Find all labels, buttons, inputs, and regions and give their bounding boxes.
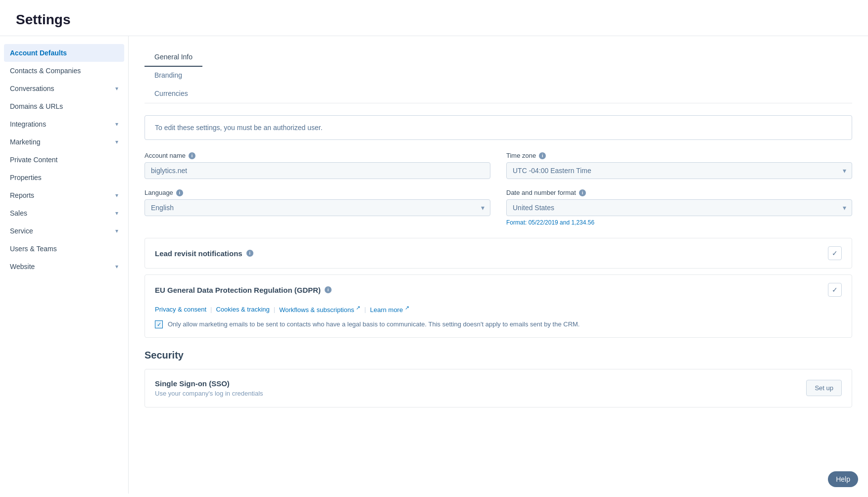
- sidebar-item-sales[interactable]: Sales▾: [0, 204, 128, 222]
- chevron-icon: ▾: [115, 192, 118, 199]
- sidebar-item-website[interactable]: Website▾: [0, 258, 128, 275]
- language-label: Language i: [145, 189, 490, 196]
- sidebar-item-label: Conversations: [10, 85, 54, 92]
- page-title: Settings: [16, 12, 852, 28]
- date-format-group: Date and number format i United States F…: [506, 189, 852, 226]
- chevron-icon: ▾: [115, 263, 118, 270]
- privacy-consent-link[interactable]: Privacy & consent: [155, 306, 206, 313]
- lead-revisit-toggle[interactable]: ✓: [828, 246, 842, 260]
- sidebar-item-reports[interactable]: Reports▾: [0, 186, 128, 204]
- chevron-icon: ▾: [115, 121, 118, 128]
- account-name-input[interactable]: [145, 162, 490, 179]
- chevron-icon: ▾: [115, 138, 118, 145]
- sso-box: Single Sign-on (SSO) Use your company's …: [145, 369, 852, 407]
- language-group: Language i English: [145, 189, 490, 226]
- chevron-icon: ▾: [115, 210, 118, 217]
- gdpr-toggle[interactable]: ✓: [828, 283, 842, 297]
- sso-info: Single Sign-on (SSO) Use your company's …: [155, 379, 263, 397]
- gdpr-title: EU General Data Protection Regulation (G…: [155, 286, 332, 294]
- learn-more-link[interactable]: Learn more ↗: [370, 305, 409, 314]
- time-zone-info-icon[interactable]: i: [539, 152, 546, 159]
- account-name-info-icon[interactable]: i: [189, 152, 195, 159]
- sidebar-item-private-content[interactable]: Private Content: [0, 151, 128, 169]
- general-info-form: Account name i Time zone i UTC -04:00 Ea…: [145, 152, 852, 226]
- sidebar-item-account-defaults[interactable]: Account Defaults: [4, 44, 124, 62]
- sidebar-item-label: Sales: [10, 209, 27, 217]
- sidebar-item-label: Reports: [10, 191, 34, 199]
- time-zone-select-wrapper: UTC -04:00 Eastern Time: [506, 162, 852, 179]
- account-name-group: Account name i: [145, 152, 490, 179]
- gdpr-sep-3: |: [364, 306, 366, 313]
- time-zone-label: Time zone i: [506, 152, 852, 159]
- tab-currencies[interactable]: Currencies: [145, 85, 202, 103]
- sidebar-item-label: Contacts & Companies: [10, 67, 81, 75]
- sidebar-item-conversations[interactable]: Conversations▾: [0, 80, 128, 97]
- sidebar-item-label: Website: [10, 263, 35, 271]
- workflows-subscriptions-link[interactable]: Workflows & subscriptions ↗: [279, 305, 360, 314]
- sidebar-item-label: Integrations: [10, 120, 46, 128]
- gdpr-section: EU General Data Protection Regulation (G…: [145, 274, 852, 338]
- sidebar-item-properties[interactable]: Properties: [0, 169, 128, 186]
- date-format-hint: Format: 05/22/2019 and 1,234.56: [506, 219, 852, 226]
- gdpr-info-icon[interactable]: i: [325, 286, 332, 293]
- sso-setup-button[interactable]: Set up: [806, 380, 842, 396]
- sso-description: Use your company's log in credentials: [155, 390, 263, 397]
- tab-branding[interactable]: Branding: [145, 66, 202, 85]
- gdpr-links: Privacy & consent | Cookies & tracking |…: [155, 305, 842, 314]
- sidebar-item-marketing[interactable]: Marketing▾: [0, 133, 128, 151]
- sso-title: Single Sign-on (SSO): [155, 379, 263, 388]
- sidebar-item-label: Service: [10, 227, 33, 235]
- gdpr-header[interactable]: EU General Data Protection Regulation (G…: [145, 275, 852, 305]
- lead-revisit-section: Lead revisit notifications i ✓: [145, 238, 852, 269]
- sidebar-item-service[interactable]: Service▾: [0, 222, 128, 240]
- sidebar-item-label: Marketing: [10, 138, 40, 146]
- sidebar-item-label: Account Defaults: [10, 49, 67, 57]
- date-format-select[interactable]: United States: [506, 199, 852, 216]
- lead-revisit-title: Lead revisit notifications i: [155, 249, 253, 258]
- language-select[interactable]: English: [145, 199, 490, 216]
- sidebar-item-label: Users & Teams: [10, 245, 57, 253]
- auth-notice: To edit these settings, you must be an a…: [145, 115, 852, 140]
- lead-revisit-info-icon[interactable]: i: [246, 250, 253, 257]
- sidebar-item-label: Private Content: [10, 156, 58, 164]
- security-title: Security: [145, 350, 852, 361]
- sidebar-item-integrations[interactable]: Integrations▾: [0, 115, 128, 133]
- workflows-external-icon: ↗: [356, 305, 360, 311]
- date-format-label: Date and number format i: [506, 189, 852, 196]
- gdpr-sep-1: |: [210, 306, 212, 313]
- learn-more-external-icon: ↗: [405, 305, 409, 311]
- chevron-icon: ▾: [115, 85, 118, 92]
- date-format-info-icon[interactable]: i: [579, 189, 586, 196]
- date-format-select-wrapper: United States: [506, 199, 852, 216]
- tab-bar: General InfoBrandingCurrencies: [145, 48, 852, 103]
- help-button[interactable]: Help: [828, 471, 858, 487]
- chevron-icon: ▾: [115, 227, 118, 234]
- main-content: General InfoBrandingCurrencies To edit t…: [129, 36, 868, 494]
- sidebar-item-users---teams[interactable]: Users & Teams: [0, 240, 128, 258]
- tab-general-info[interactable]: General Info: [145, 48, 202, 67]
- security-section: Security Single Sign-on (SSO) Use your c…: [145, 350, 852, 407]
- form-row-2: Language i English Date and number forma…: [145, 189, 852, 226]
- gdpr-checkbox-text: Only allow marketing emails to be sent t…: [168, 319, 579, 329]
- sidebar-item-label: Properties: [10, 174, 42, 181]
- sidebar: Account DefaultsContacts & CompaniesConv…: [0, 36, 129, 494]
- language-select-wrapper: English: [145, 199, 490, 216]
- sidebar-item-contacts---companies[interactable]: Contacts & Companies: [0, 62, 128, 80]
- account-name-label: Account name i: [145, 152, 490, 159]
- language-info-icon[interactable]: i: [176, 189, 183, 196]
- lead-revisit-header[interactable]: Lead revisit notifications i ✓: [145, 238, 852, 268]
- gdpr-body: Privacy & consent | Cookies & tracking |…: [145, 305, 852, 337]
- gdpr-checkbox-row: ✓ Only allow marketing emails to be sent…: [155, 319, 842, 329]
- time-zone-select[interactable]: UTC -04:00 Eastern Time: [506, 162, 852, 179]
- gdpr-checkbox[interactable]: ✓: [155, 320, 163, 328]
- time-zone-group: Time zone i UTC -04:00 Eastern Time: [506, 152, 852, 179]
- sidebar-item-label: Domains & URLs: [10, 102, 63, 110]
- auth-notice-text: To edit these settings, you must be an a…: [155, 124, 323, 132]
- gdpr-sep-2: |: [274, 306, 275, 313]
- form-row-1: Account name i Time zone i UTC -04:00 Ea…: [145, 152, 852, 179]
- cookies-tracking-link[interactable]: Cookies & tracking: [216, 306, 269, 313]
- sidebar-item-domains---urls[interactable]: Domains & URLs: [0, 97, 128, 115]
